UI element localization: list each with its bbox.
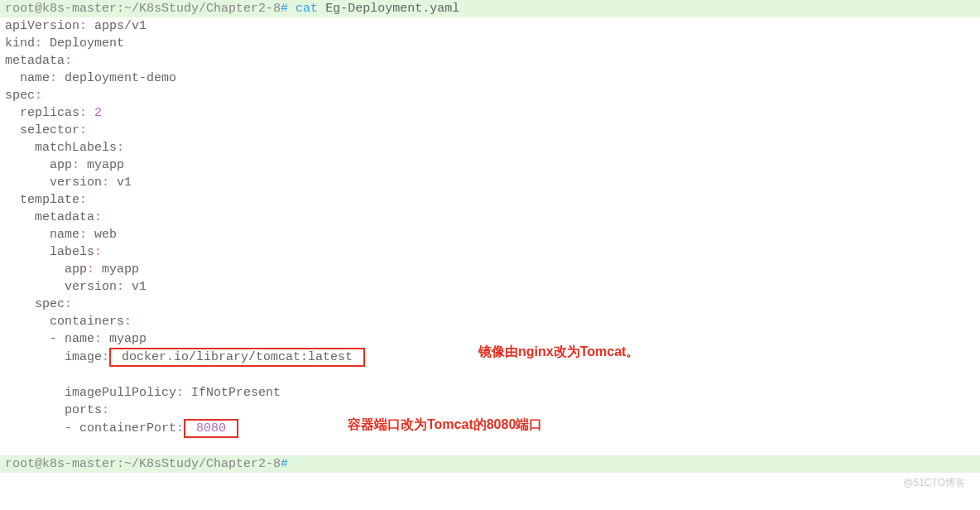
yaml-line: app: myapp — [0, 156, 980, 174]
prompt-user: root@k8s-master — [5, 457, 117, 471]
yaml-line: version: v1 — [0, 278, 980, 296]
prompt-path: :~/K8sStudy/Chapter2-8 — [117, 2, 281, 16]
yaml-line: metadata: — [0, 209, 980, 226]
yaml-line: labels: — [0, 243, 980, 261]
yaml-line: matchLabels: — [0, 139, 980, 156]
yaml-line: template: — [0, 191, 980, 209]
yaml-line: spec: — [0, 87, 980, 104]
yaml-line: metadata: — [0, 52, 980, 70]
yaml-line: kind: Deployment — [0, 35, 980, 52]
yaml-line-port: - containerPort: 8080 容器端口改为Tomcat的8080端… — [0, 419, 980, 455]
command-arg: Eg-Deployment.yaml — [325, 2, 459, 16]
prompt-hash: # — [281, 457, 288, 471]
watermark: @51CTO博客 — [903, 474, 965, 492]
command-cat: cat — [295, 2, 318, 16]
prompt-line-2[interactable]: root@k8s-master:~/K8sStudy/Chapter2-8# — [0, 455, 980, 473]
prompt-line-1: root@k8s-master:~/K8sStudy/Chapter2-8# c… — [0, 0, 980, 17]
yaml-line: apiVersion: apps/v1 — [0, 17, 980, 35]
yaml-line: imagePullPolicy: IfNotPresent — [0, 384, 980, 402]
yaml-line: containers: — [0, 313, 980, 330]
prompt-hash: # — [281, 2, 288, 16]
yaml-line: name: web — [0, 226, 980, 243]
prompt-user: root@k8s-master — [5, 2, 117, 16]
prompt-path: :~/K8sStudy/Chapter2-8 — [117, 457, 281, 471]
annotation-image: 镜像由nginx改为Tomcat。 — [478, 343, 639, 360]
yaml-line: app: myapp — [0, 261, 980, 278]
yaml-line-image: image: docker.io/library/tomcat:latest 镜… — [0, 348, 980, 384]
yaml-line: selector: — [0, 122, 980, 139]
highlight-image: docker.io/library/tomcat:latest — [109, 348, 365, 367]
annotation-port: 容器端口改为Tomcat的8080端口 — [348, 416, 542, 433]
yaml-line: spec: — [0, 296, 980, 313]
highlight-port: 8080 — [184, 419, 238, 438]
yaml-line: name: deployment-demo — [0, 70, 980, 87]
yaml-line: replicas: 2 — [0, 104, 980, 122]
yaml-line: version: v1 — [0, 174, 980, 191]
